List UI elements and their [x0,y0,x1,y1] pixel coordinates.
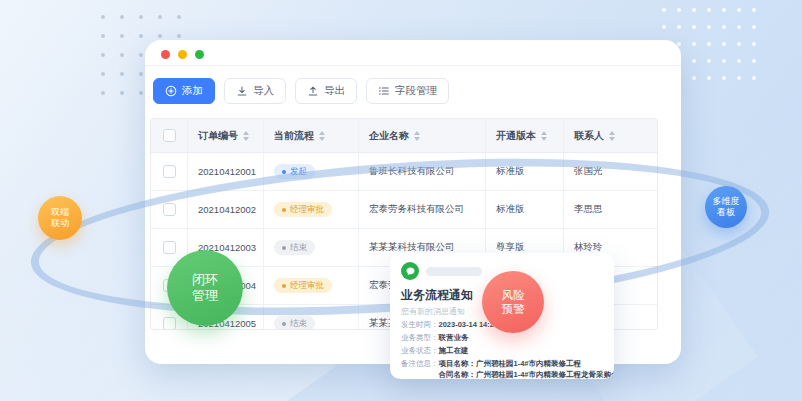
remark-contract-line: 合同名称：广州碧桂园1-4#市内精装修工程龙骨采购合同 [439,370,615,380]
sender-placeholder [426,267,482,276]
column-header-contact[interactable]: 联系人 [564,119,658,152]
status-badge: 结束 [274,316,315,330]
marketing-illustration: 添加 导入 导出 字段管理 订单编号 当前流程 企业名称 开通版本 [0,0,802,401]
window-close-dot[interactable] [161,50,170,59]
sort-icon[interactable] [243,131,249,141]
chat-message-icon [401,262,419,280]
sort-icon[interactable] [414,131,420,141]
export-icon [307,85,319,97]
plus-circle-icon [165,85,177,97]
field-manage-button-label: 字段管理 [395,84,437,98]
table-header-row: 订单编号 当前流程 企业名称 开通版本 联系人 [151,119,657,153]
row-checkbox[interactable] [163,165,176,178]
column-header-order[interactable]: 订单编号 [188,119,264,152]
column-header-flow[interactable]: 当前流程 [264,119,359,152]
window-controls [161,50,204,59]
row-checkbox[interactable] [163,317,176,330]
notification-type-row: 业务类型： 联营业务 [401,333,603,343]
import-button-label: 导入 [253,84,274,98]
toolbar: 添加 导入 导出 字段管理 [153,78,449,104]
select-all-checkbox[interactable] [163,129,176,142]
add-button[interactable]: 添加 [153,78,215,104]
feature-bubble-multi-dimension: 多维度 看板 [705,186,747,228]
sort-icon[interactable] [609,131,615,141]
sort-icon[interactable] [319,131,325,141]
remark-lines: 项目名称：广州碧桂园1-4#市内精装修工程 合同名称：广州碧桂园1-4#市内精装… [439,359,615,379]
add-button-label: 添加 [182,84,203,98]
status-dot [282,170,286,174]
column-header-company[interactable]: 企业名称 [359,119,486,152]
list-icon [378,85,390,97]
feature-bubble-risk-warning: 风险 预警 [482,271,544,333]
import-icon [236,85,248,97]
notification-status-row: 业务状态： 施工在建 [401,346,603,356]
feature-bubble-dual-end: 双端 联动 [38,196,82,240]
feature-bubble-closed-loop: 闭环 管理 [167,250,243,326]
sort-icon[interactable] [541,131,547,141]
remark-project-line: 项目名称：广州碧桂园1-4#市内精装修工程 [439,359,615,369]
titlebar-divider [145,65,681,66]
export-button[interactable]: 导出 [295,78,357,104]
import-button[interactable]: 导入 [224,78,286,104]
notification-remark-row: 备注信息： 项目名称：广州碧桂园1-4#市内精装修工程 合同名称：广州碧桂园1-… [401,359,603,379]
window-minimize-dot[interactable] [178,50,187,59]
field-manage-button[interactable]: 字段管理 [366,78,449,104]
export-button-label: 导出 [324,84,345,98]
status-dot [282,322,286,326]
window-maximize-dot[interactable] [195,50,204,59]
column-header-version[interactable]: 开通版本 [486,119,564,152]
